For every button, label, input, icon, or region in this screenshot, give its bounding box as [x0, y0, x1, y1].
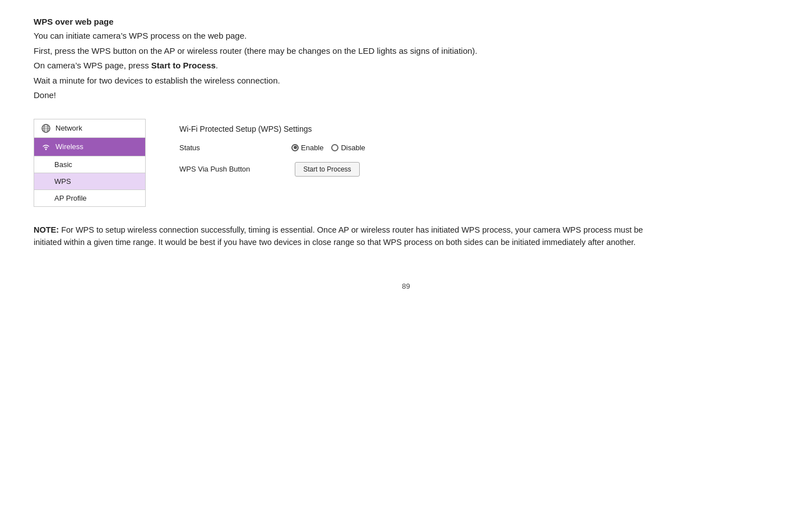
content-area: Network Wireless Basic WPS AP Profile: [34, 119, 778, 207]
sidebar-item-wps[interactable]: WPS: [34, 173, 145, 190]
para-2: First, press the WPS button on the AP or…: [34, 45, 778, 58]
wps-status-row: Status Enable Disable: [179, 144, 365, 152]
globe-icon: [41, 123, 51, 133]
para-4-text: Wait a minute for two devices to establi…: [34, 76, 280, 85]
sidebar-item-basic[interactable]: Basic: [34, 156, 145, 173]
wps-disable-option[interactable]: Disable: [331, 144, 365, 152]
wps-enable-option[interactable]: Enable: [291, 144, 323, 152]
sidebar-item-wireless[interactable]: Wireless: [34, 138, 145, 156]
sidebar-item-ap-profile[interactable]: AP Profile: [34, 190, 145, 206]
para-3: On camera’s WPS page, press Start to Pro…: [34, 59, 778, 72]
para-5: Done!: [34, 89, 778, 102]
wps-push-label: WPS Via Push Button: [179, 165, 250, 173]
wifi-icon: [41, 142, 51, 152]
sidebar-basic-label: Basic: [41, 160, 72, 169]
page-number: 89: [34, 282, 778, 290]
wps-push-controls: Start to Process: [295, 162, 359, 177]
para-1-text: You can initiate camera’s WPS process on…: [34, 31, 247, 40]
para-4: Wait a minute for two devices to establi…: [34, 75, 778, 87]
para-3-suffix: .: [216, 61, 218, 70]
para-3-prefix: On camera’s WPS page, press: [34, 61, 151, 70]
para-1: You can initiate camera’s WPS process on…: [34, 30, 778, 43]
note-label: NOTE:: [34, 225, 59, 234]
sidebar-ap-profile-label: AP Profile: [41, 194, 87, 202]
para-3-bold: Start to Process: [151, 61, 216, 70]
wps-enable-label: Enable: [301, 144, 323, 152]
page-title: WPS over web page: [34, 17, 778, 26]
sidebar-network-label: Network: [55, 124, 82, 132]
wps-disable-radio[interactable]: [331, 144, 338, 151]
para-2-text: First, press the WPS button on the AP or…: [34, 46, 477, 55]
sidebar-wps-label: WPS: [41, 177, 71, 186]
wps-enable-radio[interactable]: [291, 144, 299, 151]
wps-disable-label: Disable: [341, 144, 365, 152]
svg-point-5: [45, 149, 47, 150]
start-to-process-button[interactable]: Start to Process: [295, 162, 359, 177]
para-5-text: Done!: [34, 90, 56, 100]
sidebar-item-network[interactable]: Network: [34, 119, 145, 138]
note-text: For WPS to setup wireless connection suc…: [34, 225, 643, 247]
wps-settings-panel: Wi-Fi Protected Setup (WPS) Settings Sta…: [179, 119, 365, 187]
wps-push-button-row: WPS Via Push Button Start to Process: [179, 162, 365, 177]
wps-panel-title: Wi-Fi Protected Setup (WPS) Settings: [179, 124, 365, 133]
sidebar: Network Wireless Basic WPS AP Profile: [34, 119, 146, 207]
wps-status-controls: Enable Disable: [291, 144, 365, 152]
sidebar-wireless-label: Wireless: [55, 142, 83, 151]
note-section: NOTE: For WPS to setup wireless connecti…: [34, 224, 650, 249]
wps-status-label: Status: [179, 144, 247, 152]
